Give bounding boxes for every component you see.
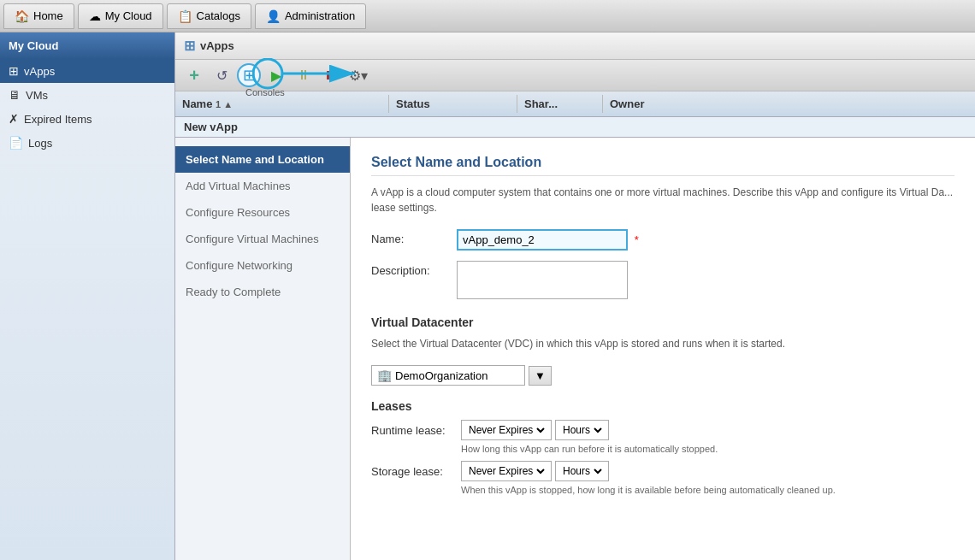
sidebar-logs-label: Logs	[28, 137, 52, 150]
runtime-expires-dropdown[interactable]: Never Expires 1 Hour 1 Day 1 Week	[465, 423, 547, 437]
step-select-name-label: Select Name and Location	[186, 153, 324, 166]
runtime-lease-selects: Never Expires 1 Hour 1 Day 1 Week Hours …	[461, 420, 718, 440]
vdc-dropdown-button[interactable]: ▼	[529, 366, 552, 386]
runtime-lease-row: Runtime lease: Never Expires 1 Hour 1 Da…	[371, 420, 954, 454]
storage-lease-selects: Never Expires 1 Hour 1 Day 1 Week Hours …	[461, 461, 836, 481]
step-configure-networking-label: Configure Networking	[186, 259, 292, 272]
refresh-button[interactable]: ↺	[210, 63, 233, 87]
shar-col-label: Shar...	[524, 97, 558, 110]
wizard-layout: Select Name and Location Add Virtual Mac…	[175, 138, 975, 560]
catalog-icon: 📋	[178, 9, 192, 23]
description-control	[457, 261, 954, 302]
vdc-icon: 🏢	[377, 368, 392, 382]
storage-lease-label: Storage lease:	[371, 461, 461, 478]
sidebar-header: My Cloud	[0, 32, 174, 59]
add-button[interactable]: +	[182, 63, 206, 87]
admin-icon: 👤	[266, 9, 281, 23]
vapps-title: vApps	[200, 39, 234, 52]
sidebar-item-expired[interactable]: ✗ Expired Items	[0, 107, 174, 131]
name-form-row: Name: *	[371, 229, 954, 251]
catalogs-tab[interactable]: 📋 Catalogs	[167, 3, 251, 29]
storage-unit-dropdown[interactable]: Hours Days	[559, 464, 605, 478]
wizard-title: Select Name and Location	[371, 155, 954, 176]
new-vapp-label: New vApp	[184, 121, 238, 133]
my-cloud-tab[interactable]: ☁ My Cloud	[78, 3, 163, 29]
vapps-header: ⊞ vApps	[175, 32, 975, 60]
suspend-button[interactable]: ⏸	[292, 63, 316, 87]
step-configure-vms: Configure Virtual Machines	[175, 226, 350, 252]
new-vapp-bar: New vApp	[175, 117, 975, 138]
settings-button[interactable]: ⚙▾	[346, 63, 370, 87]
step-select-name[interactable]: Select Name and Location	[175, 146, 350, 173]
shar-column-header[interactable]: Shar...	[517, 95, 603, 113]
table-header: Name 1 ▲ Status Shar... Owner	[175, 91, 975, 117]
home-tab[interactable]: 🏠 Home	[3, 3, 74, 29]
storage-lease-row: Storage lease: Never Expires 1 Hour 1 Da…	[371, 461, 954, 495]
sidebar-expired-label: Expired Items	[24, 113, 92, 126]
step-configure-vms-label: Configure Virtual Machines	[186, 233, 319, 245]
vdc-select[interactable]: 🏢 DemoOrganization	[371, 365, 525, 386]
step-ready: Ready to Complete	[175, 279, 350, 305]
status-column-header[interactable]: Status	[389, 95, 517, 113]
vdc-select-row: 🏢 DemoOrganization ▼	[371, 365, 954, 386]
leases-section-header: Leases	[371, 399, 954, 413]
storage-expires-dropdown[interactable]: Never Expires 1 Hour 1 Day 1 Week	[465, 464, 547, 478]
logs-icon: 📄	[9, 136, 23, 150]
administration-tab-label: Administration	[285, 9, 355, 22]
wizard-steps: Select Name and Location Add Virtual Mac…	[175, 138, 351, 560]
description-input[interactable]	[457, 261, 628, 299]
name-label: Name:	[371, 229, 457, 245]
name-column-header[interactable]: Name 1 ▲	[175, 95, 389, 113]
vdc-description: Select the Virtual Datacenter (VDC) in w…	[371, 336, 954, 351]
sidebar: My Cloud ⊞ vApps 🖥 VMs ✗ Expired Items 📄…	[0, 32, 175, 560]
storage-unit-select[interactable]: Hours Days	[555, 461, 609, 481]
sidebar-item-logs[interactable]: 📄 Logs	[0, 131, 174, 155]
expired-icon: ✗	[9, 112, 19, 126]
runtime-never-expires-select[interactable]: Never Expires 1 Hour 1 Day 1 Week	[461, 420, 552, 440]
runtime-lease-label: Runtime lease:	[371, 420, 461, 437]
runtime-unit-select[interactable]: Hours Days	[555, 420, 609, 440]
sidebar-item-vms[interactable]: 🖥 VMs	[0, 83, 174, 107]
my-cloud-tab-label: My Cloud	[105, 9, 152, 22]
name-col-label: Name	[182, 97, 212, 110]
stop-button[interactable]: ⏹	[319, 63, 343, 87]
step-configure-networking: Configure Networking	[175, 252, 350, 279]
vapps-header-icon: ⊞	[184, 38, 195, 54]
wizard-content: Select Name and Location A vApp is a clo…	[351, 138, 975, 560]
toolbar: + ↺ ⊞ ▶ ⏸ ⏹ ⚙▾ Consoles	[175, 60, 975, 91]
runtime-unit-dropdown[interactable]: Hours Days	[559, 423, 605, 437]
owner-col-label: Owner	[610, 97, 644, 110]
main-layout: My Cloud ⊞ vApps 🖥 VMs ✗ Expired Items 📄…	[0, 32, 975, 560]
consoles-label: Consoles	[245, 87, 285, 97]
step-ready-label: Ready to Complete	[186, 286, 281, 298]
consoles-button[interactable]: ⊞	[237, 63, 261, 87]
owner-column-header[interactable]: Owner	[603, 95, 975, 113]
step-add-vms-label: Add Virtual Machines	[186, 180, 291, 192]
step-configure-resources: Configure Resources	[175, 199, 350, 226]
sort-badge: 1 ▲	[216, 99, 233, 109]
administration-tab[interactable]: 👤 Administration	[255, 3, 366, 29]
content-area: ⊞ vApps + ↺ ⊞ ▶ ⏸ ⏹ ⚙▾ Consoles	[175, 32, 975, 560]
start-button[interactable]: ▶	[264, 63, 288, 87]
storage-never-expires-select[interactable]: Never Expires 1 Hour 1 Day 1 Week	[461, 461, 552, 481]
description-label: Description:	[371, 261, 457, 277]
sidebar-item-vapps[interactable]: ⊞ vApps	[0, 59, 174, 83]
required-star: *	[635, 233, 639, 246]
catalogs-tab-label: Catalogs	[197, 9, 240, 22]
step-add-vms: Add Virtual Machines	[175, 173, 350, 199]
vdc-section-header: Virtual Datacenter	[371, 315, 954, 329]
vdc-selected-value: DemoOrganization	[395, 369, 488, 382]
storage-lease-controls: Never Expires 1 Hour 1 Day 1 Week Hours …	[461, 461, 836, 495]
status-col-label: Status	[396, 97, 430, 110]
sidebar-vapps-label: vApps	[24, 65, 55, 78]
name-control: *	[457, 229, 954, 251]
step-configure-resources-label: Configure Resources	[186, 206, 290, 219]
description-form-row: Description:	[371, 261, 954, 302]
runtime-lease-controls: Never Expires 1 Hour 1 Day 1 Week Hours …	[461, 420, 718, 454]
home-tab-label: Home	[33, 9, 63, 22]
vapps-icon: ⊞	[9, 64, 19, 78]
name-input[interactable]	[457, 229, 628, 251]
sidebar-vms-label: VMs	[26, 89, 48, 102]
top-nav: 🏠 Home ☁ My Cloud 📋 Catalogs 👤 Administr…	[0, 0, 975, 32]
storage-lease-hint: When this vApp is stopped, how long it i…	[461, 485, 836, 495]
